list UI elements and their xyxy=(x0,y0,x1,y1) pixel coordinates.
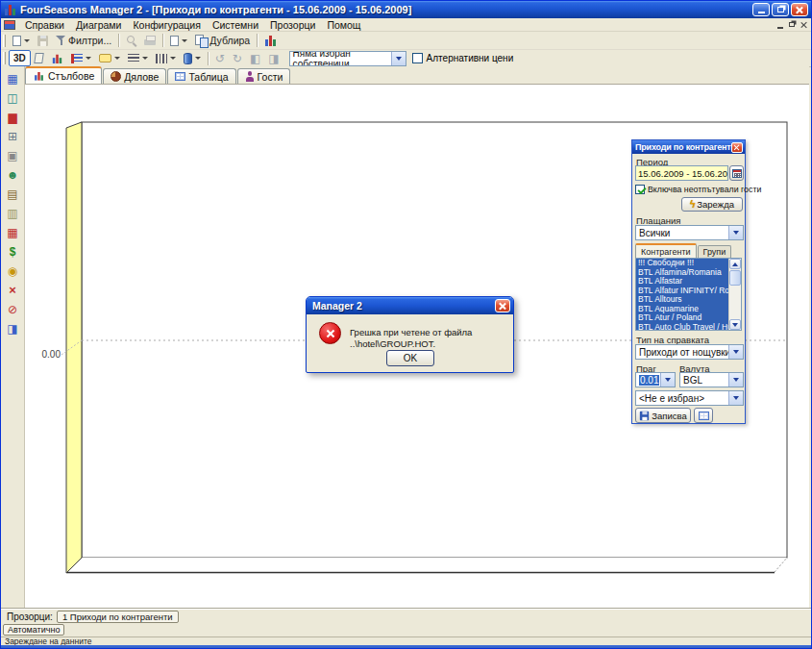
period-input[interactable]: 15.06.2009 - 15.06.2009 xyxy=(635,165,728,181)
chart-floor xyxy=(66,558,787,572)
calendar-button[interactable] xyxy=(729,165,744,181)
depth-decrease-button[interactable]: ◧ xyxy=(246,50,264,66)
menu-configuration[interactable]: Конфигурация xyxy=(127,19,206,31)
restore-button[interactable] xyxy=(772,3,789,16)
report-type-combobox[interactable]: Приходи от нощувки xyxy=(635,344,744,360)
list-item[interactable]: !!! Свободни !!! xyxy=(636,259,728,268)
include-guests-checkbox[interactable] xyxy=(635,185,645,194)
print-preview-button[interactable] xyxy=(122,33,140,49)
panel-tab-groups[interactable]: Групи xyxy=(698,245,732,258)
filter-button[interactable]: Филтри... xyxy=(52,33,115,49)
menu-diagrams[interactable]: Диаграми xyxy=(70,19,127,31)
contragents-listbox[interactable]: !!! Свободни !!! BTL Alfamina/Romania BT… xyxy=(635,258,742,331)
rotate-cw-button[interactable]: ↻ xyxy=(229,50,246,66)
menu-help[interactable]: Помощ xyxy=(321,19,366,31)
scroll-down-button[interactable] xyxy=(729,319,741,330)
chart-report-button[interactable]: ▆ xyxy=(4,109,22,125)
list-item[interactable]: BTL Auto Club Travel / Hunga xyxy=(636,323,728,331)
h-grid-button[interactable] xyxy=(124,50,152,66)
mdi-close-button[interactable] xyxy=(800,21,807,28)
window-toggle-button[interactable]: 1 Приходи по контрагенти xyxy=(57,611,179,623)
scrollbar-thumb[interactable] xyxy=(729,270,741,286)
load-button[interactable]: ϟ Зарежда xyxy=(681,197,743,212)
print-button[interactable] xyxy=(140,33,160,49)
combo-dropdown-button[interactable] xyxy=(728,345,743,359)
alt-prices-checkbox[interactable] xyxy=(412,53,423,63)
combo-dropdown-button[interactable] xyxy=(391,52,406,65)
save-button[interactable] xyxy=(34,33,52,49)
tab-guests[interactable]: Гости xyxy=(237,68,291,84)
tab-pie[interactable]: Дялове xyxy=(103,68,166,84)
load-button-label: Зарежда xyxy=(697,199,734,210)
mdi-document-icon[interactable] xyxy=(4,20,15,30)
solid-button[interactable] xyxy=(180,50,205,66)
folder-report-button[interactable]: ▤ xyxy=(4,186,22,202)
threshold-combobox[interactable]: 0.01 xyxy=(635,372,676,387)
combo-dropdown-button[interactable] xyxy=(660,373,675,387)
combo-dropdown-button[interactable] xyxy=(728,373,743,387)
menu-windows[interactable]: Прозорци xyxy=(264,19,321,31)
list-scrollbar[interactable] xyxy=(728,259,741,330)
save-report-button[interactable]: Записва xyxy=(635,408,691,423)
mdi-minimize-button[interactable] xyxy=(777,27,783,29)
list-item[interactable]: BTL Alfastar xyxy=(636,277,728,287)
owner-combobox[interactable]: Няма избран собственици xyxy=(289,51,406,66)
auto-button[interactable]: Автоматично xyxy=(3,624,64,636)
panel-title-bar[interactable]: Приходи по контрагенти xyxy=(632,140,745,154)
payments-combobox[interactable]: Всички xyxy=(635,225,744,240)
menu-system[interactable]: Системни xyxy=(207,19,264,31)
dialog-close-button[interactable] xyxy=(495,299,510,312)
legend-button[interactable] xyxy=(67,50,95,66)
labels-button[interactable] xyxy=(95,50,124,66)
payments-button[interactable]: ◉ xyxy=(4,262,22,279)
windows-grid-button[interactable]: ▦ xyxy=(4,70,22,87)
dialog-title-bar[interactable]: Manager 2 xyxy=(307,297,513,314)
currency-button[interactable]: $ xyxy=(4,243,22,260)
void-payment-button[interactable]: ⊘ xyxy=(4,301,22,317)
mini-chart-button[interactable] xyxy=(47,50,67,66)
alt-prices-label: Алтернативни цени xyxy=(427,53,514,63)
new-button[interactable] xyxy=(9,33,34,49)
duplicate-button[interactable]: Дублира xyxy=(191,33,254,49)
currency-combobox[interactable]: BGL xyxy=(679,372,744,387)
clone-window-button[interactable]: ◫ xyxy=(4,89,22,106)
close-button[interactable] xyxy=(791,3,808,16)
toolbar-grip[interactable] xyxy=(3,52,6,64)
panel-close-button[interactable] xyxy=(731,142,743,153)
depth-increase-button[interactable]: ◨ xyxy=(264,50,283,66)
pointer-button[interactable] xyxy=(31,50,47,66)
combo-dropdown-button[interactable] xyxy=(728,391,743,405)
new-document-icon xyxy=(12,36,21,46)
chart-button[interactable] xyxy=(260,33,281,49)
copy-report-button[interactable]: ▣ xyxy=(4,147,22,163)
copy-button[interactable] xyxy=(166,33,191,49)
cancel-operation-button[interactable]: × xyxy=(4,282,22,298)
tab-bars[interactable]: Стълбове xyxy=(25,66,102,84)
menu-reports[interactable]: Справки xyxy=(19,19,70,31)
grid-report-button[interactable]: ▦ xyxy=(4,224,22,240)
list-item[interactable]: BTL Alfamina/Romania xyxy=(636,268,728,278)
v-grid-button[interactable] xyxy=(152,50,180,66)
list-item[interactable]: BTL Aquamarine xyxy=(636,305,728,314)
tab-table[interactable]: Таблица xyxy=(167,68,235,84)
chart-panel-button[interactable]: ◨ xyxy=(4,320,22,337)
toolbar-grip[interactable] xyxy=(3,35,6,47)
combo-dropdown-button[interactable] xyxy=(728,226,743,239)
3d-toggle-button[interactable]: 3D xyxy=(9,50,31,66)
calculator-button[interactable]: ⊞ xyxy=(4,128,22,144)
table-view-button[interactable] xyxy=(694,408,713,423)
ledger-button[interactable]: ▥ xyxy=(4,205,22,221)
list-item[interactable]: BTL Alfatur INFINITY/ Romani xyxy=(636,287,728,296)
panel-tab-contragents[interactable]: Контрагенти xyxy=(635,243,697,258)
list-item[interactable]: BTL Alltours xyxy=(636,295,728,305)
guests-button[interactable]: ☻ xyxy=(4,166,22,183)
ok-button[interactable]: OK xyxy=(386,350,434,366)
pie-tab-icon xyxy=(111,71,121,82)
template-combobox[interactable]: <Не е избран> xyxy=(635,390,744,406)
minimize-button[interactable] xyxy=(752,3,770,16)
scroll-up-button[interactable] xyxy=(729,259,741,269)
chevron-down-icon xyxy=(733,231,739,235)
mdi-restore-button[interactable] xyxy=(789,22,795,27)
list-item[interactable]: BTL Atur / Poland xyxy=(636,313,728,323)
rotate-ccw-button[interactable]: ↺ xyxy=(211,50,229,66)
